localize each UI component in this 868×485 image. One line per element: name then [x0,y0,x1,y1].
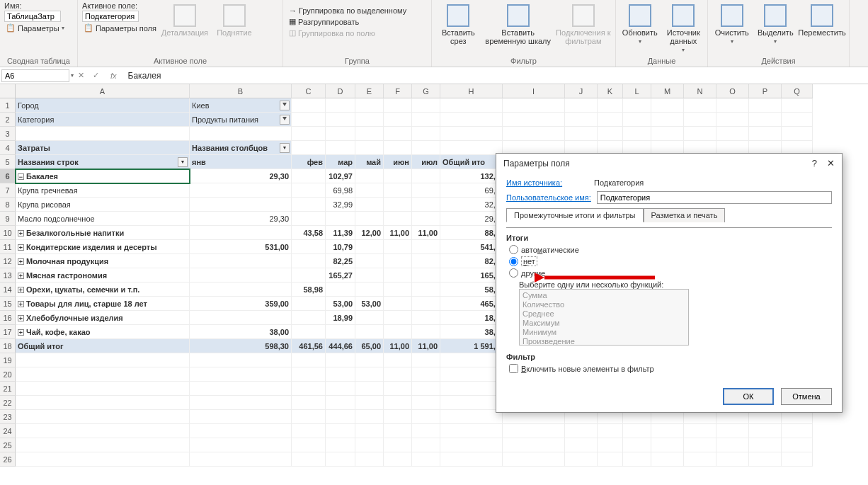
cell-bg[interactable] [190,268,292,283]
cell-A7[interactable]: Крупа гречневая [16,183,190,198]
cell-bg[interactable] [355,98,384,113]
row-header-3[interactable]: 3 [0,127,16,141]
tab-subtotals[interactable]: Промежуточные итоги и фильтры [506,208,644,222]
cell-bg[interactable] [440,382,503,396]
cell-bg[interactable] [412,438,440,452]
cell-bg[interactable] [384,98,412,113]
cell-bg[interactable] [623,127,651,141]
cell-bg[interactable] [16,424,190,438]
cell-bg[interactable] [503,452,565,467]
move-button[interactable]: Переместить [799,1,845,57]
formula-value[interactable]: Бакалея [124,71,166,81]
cell-bg[interactable] [651,98,684,113]
cell-bg[interactable] [782,127,813,141]
cell-bg[interactable] [651,424,684,438]
cell-bg[interactable] [384,141,412,155]
cell-H17[interactable]: 38,0 [440,325,503,339]
cell-bg[interactable] [326,212,355,226]
cell-bg[interactable] [355,396,384,410]
cell-H9[interactable]: 29,3 [440,212,503,226]
cell-H11[interactable]: 541,7 [440,240,503,254]
clear-button[interactable]: Очистить▾ [712,1,752,57]
cell-bg[interactable] [749,438,782,452]
cell-bg[interactable] [782,98,813,113]
cell-D13[interactable]: 165,27 [326,268,355,283]
custom-name-input[interactable] [597,191,832,204]
row-header-10[interactable]: 10 [0,226,16,240]
cell-bg[interactable] [326,353,355,367]
select-button[interactable]: Выделить▾ [756,1,796,57]
cell-bg[interactable] [412,367,440,382]
cell-bg[interactable] [355,268,384,283]
cell-A5[interactable]: Названия строк [16,155,190,169]
cell-C10[interactable]: 43,58 [292,226,326,240]
col-header-J[interactable]: J [565,84,598,98]
cell-bg[interactable] [749,113,782,127]
cell-bg[interactable] [355,367,384,382]
cell-G5[interactable]: июл [412,155,440,169]
cell-bg[interactable] [326,382,355,396]
cell-bg[interactable] [355,141,384,155]
cell-bg[interactable] [384,396,412,410]
row-header-1[interactable]: 1 [0,98,16,113]
cell-bg[interactable] [326,396,355,410]
cell-bg[interactable] [503,438,565,452]
cell-bg[interactable] [326,283,355,297]
cell-D10[interactable]: 11,39 [326,226,355,240]
cell-bg[interactable] [782,424,813,438]
cell-bg[interactable] [190,382,292,396]
row-header-22[interactable]: 22 [0,396,16,410]
cell-bg[interactable] [440,424,503,438]
cell-bg[interactable] [412,396,440,410]
cell-bg[interactable] [16,396,190,410]
cell-bg[interactable] [565,438,598,452]
cell-bg[interactable] [565,98,598,113]
cell-bg[interactable] [503,127,565,141]
cell-bg[interactable] [190,396,292,410]
cell-bg[interactable] [355,452,384,467]
cell-bg[interactable] [716,424,749,438]
cell-bg[interactable] [440,438,503,452]
cell-H14[interactable]: 58,9 [440,283,503,297]
cell-bg[interactable] [355,169,384,183]
cell-bg[interactable] [190,410,292,424]
col-header-O[interactable]: O [716,84,749,98]
cell-bg[interactable] [292,410,326,424]
col-header-L[interactable]: L [623,84,651,98]
cell-B9[interactable]: 29,30 [190,212,292,226]
cell-A4[interactable]: Затраты [16,141,190,155]
cell-A10[interactable]: +Безалкогольные напитки [16,226,190,240]
cell-bg[interactable] [684,98,716,113]
cell-bg[interactable] [749,452,782,467]
cell-bg[interactable] [412,212,440,226]
cell-bg[interactable] [412,283,440,297]
cell-bg[interactable] [355,311,384,325]
cell-bg[interactable] [384,367,412,382]
refresh-button[interactable]: Обновить▾ [620,1,660,57]
cell-bg[interactable] [412,169,440,183]
include-new-checkbox[interactable]: Включить новые элементы в фильтр [506,364,832,373]
cell-bg[interactable] [190,452,292,467]
cell-bg[interactable] [355,438,384,452]
cell-bg[interactable] [292,325,326,339]
cell-bg[interactable] [292,183,326,198]
cell-A8[interactable]: Крупа рисовая [16,198,190,212]
cell-bg[interactable] [384,325,412,339]
params-button[interactable]: 📋 Параметры ▾ [4,23,73,33]
cell-bg[interactable] [326,438,355,452]
cell-bg[interactable] [384,169,412,183]
cell-D5[interactable]: мар [326,155,355,169]
cell-bg[interactable] [384,283,412,297]
cell-F18[interactable]: 11,00 [384,339,412,353]
cell-bg[interactable] [292,382,326,396]
cell-bg[interactable] [355,424,384,438]
cell-bg[interactable] [355,410,384,424]
cell-bg[interactable] [16,367,190,382]
cell-A17[interactable]: +Чай, кофе, какао [16,325,190,339]
cell-B4[interactable]: Названия столбцов [190,141,292,155]
cell-B2[interactable]: Продукты питания [190,113,292,127]
cell-bg[interactable] [384,438,412,452]
select-all-corner[interactable] [0,84,16,98]
cell-A2[interactable]: Категория [16,113,190,127]
cell-A18[interactable]: Общий итог [16,339,190,353]
